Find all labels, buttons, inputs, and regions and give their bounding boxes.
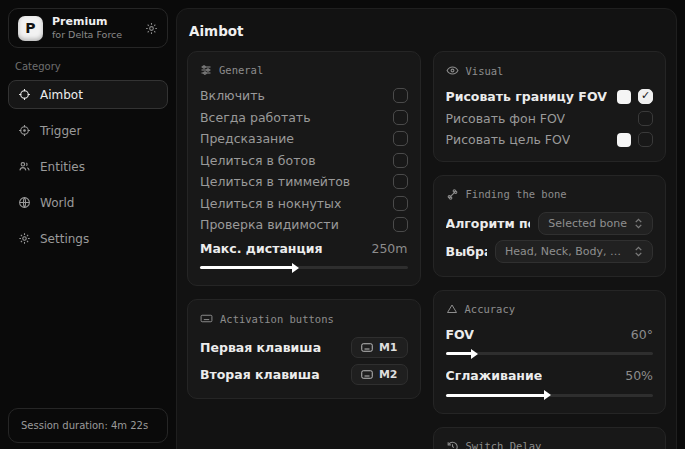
- slider-label-row: Макс. дистанция 250m: [200, 238, 408, 260]
- smoothing-slider[interactable]: [446, 394, 654, 397]
- bone-row: Выбранные кос Head, Neck, Body, Pe..: [446, 238, 654, 266]
- toggle-label: Целиться в тиммейтов: [200, 174, 350, 189]
- visual-row: Рисовать границу FOV: [446, 86, 654, 108]
- keybind-label: Вторая клавиша: [200, 367, 320, 382]
- checkbox[interactable]: [393, 174, 408, 189]
- bone-row: Алгоритм поиска кост Selected bone: [446, 210, 654, 238]
- smoothing-slider-block: Сглаживание 50%: [446, 365, 654, 397]
- keybind-row: Вторая клавиша M2: [200, 361, 408, 388]
- slider-fill: [446, 352, 473, 355]
- app-name: Premium: [52, 15, 136, 29]
- brand-text: Premium for Delta Force: [52, 15, 136, 41]
- category-label: Category: [15, 61, 168, 72]
- checkbox[interactable]: [393, 110, 408, 125]
- gear-icon: [18, 232, 31, 245]
- sidebar-item-label: Trigger: [40, 124, 81, 138]
- sidebar-item-label: Settings: [40, 232, 89, 246]
- slider-label: Сглаживание: [446, 368, 543, 383]
- checkbox[interactable]: [638, 132, 653, 147]
- toggle-row: Целиться в нокнутых: [200, 193, 408, 215]
- color-swatch[interactable]: [617, 133, 631, 147]
- right-column: Visual Рисовать границу FOV Рисовать фон…: [433, 51, 667, 449]
- toggle-row: Включить: [200, 85, 408, 107]
- visual-label: Рисовать цель FOV: [446, 132, 571, 147]
- unfold-icon: [634, 218, 643, 229]
- slider-label-row: Сглаживание 50%: [446, 365, 654, 387]
- checkbox[interactable]: [393, 88, 408, 103]
- card-switch-delay-header: Switch Delay: [446, 440, 654, 449]
- visual-controls: [617, 132, 653, 147]
- toggle-label: Предсказание: [200, 131, 294, 146]
- sidebar-item-label: Aimbot: [40, 88, 83, 102]
- visual-label: Рисовать границу FOV: [446, 89, 607, 104]
- slider-label: FOV: [446, 327, 475, 342]
- app-subtitle: for Delta Force: [52, 29, 136, 41]
- fov-slider[interactable]: [446, 352, 654, 355]
- toggle-label: Целиться в ботов: [200, 153, 316, 168]
- toggle-row: Всегда работать: [200, 107, 408, 129]
- visual-controls: [617, 89, 653, 104]
- select-value: Selected bone: [548, 217, 627, 230]
- left-column: General Включить Всегда работать Предска…: [187, 51, 421, 449]
- sidebar-item-entities[interactable]: Entities: [8, 152, 168, 181]
- keybind-button-m1[interactable]: M1: [351, 337, 408, 358]
- toggle-label: Включить: [200, 88, 265, 103]
- card-general-header: General: [200, 64, 408, 76]
- toggle-row: Проверка видимости: [200, 214, 408, 236]
- globe-icon: [18, 196, 31, 209]
- card-activation-header: Activation buttons: [200, 312, 408, 325]
- checkbox[interactable]: [638, 111, 653, 126]
- card-switch-delay: Switch Delay Задержка переключения Задер…: [433, 427, 667, 449]
- sidebar-item-label: Entities: [40, 160, 85, 174]
- keybind-button-m2[interactable]: M2: [351, 364, 408, 385]
- sidebar-item-label: World: [40, 196, 74, 210]
- section-title: Visual: [466, 65, 504, 77]
- section-title: General: [219, 64, 263, 76]
- slider-fill: [200, 266, 293, 269]
- keybind-value: M2: [379, 368, 398, 381]
- visual-row: Рисовать фон FOV: [446, 108, 654, 130]
- bone-icon: [446, 188, 459, 201]
- sidebar-item-world[interactable]: World: [8, 188, 168, 217]
- keybind-label: Первая клавиша: [200, 340, 321, 355]
- visual-controls: [638, 111, 653, 126]
- toggle-row: Целиться в ботов: [200, 150, 408, 172]
- keyboard-icon: [361, 370, 373, 379]
- sidebar-item-trigger[interactable]: Trigger: [8, 116, 168, 145]
- visual-label: Рисовать фон FOV: [446, 111, 566, 126]
- keyboard-icon: [361, 343, 373, 352]
- checkbox-checked[interactable]: [638, 89, 653, 104]
- checkbox[interactable]: [393, 196, 408, 211]
- section-title: Activation buttons: [220, 313, 334, 325]
- selected-bones-select[interactable]: Head, Neck, Body, Pe..: [495, 240, 653, 263]
- brand-card: P Premium for Delta Force: [8, 8, 168, 48]
- section-title: Finding the bone: [466, 188, 567, 200]
- gear-icon[interactable]: [145, 22, 158, 35]
- keybind-row: Первая клавиша M1: [200, 334, 408, 361]
- bone-label: Выбранные кос: [446, 244, 488, 259]
- toggle-label: Проверка видимости: [200, 217, 339, 232]
- clock-rotate-icon: [446, 440, 459, 449]
- card-finding-bone-header: Finding the bone: [446, 188, 654, 201]
- color-swatch[interactable]: [617, 90, 631, 104]
- checkbox[interactable]: [393, 217, 408, 232]
- section-title: Switch Delay: [466, 440, 542, 449]
- sidebar-item-aimbot[interactable]: Aimbot: [8, 80, 168, 109]
- toggle-label: Всегда работать: [200, 110, 311, 125]
- checkbox[interactable]: [393, 153, 408, 168]
- card-visual-header: Visual: [446, 64, 654, 77]
- sidebar-item-settings[interactable]: Settings: [8, 224, 168, 253]
- select-value: Head, Neck, Body, Pe..: [505, 245, 627, 258]
- bone-algorithm-select[interactable]: Selected bone: [538, 212, 653, 235]
- max-distance-slider[interactable]: [200, 266, 408, 269]
- main-panel: Aimbot General Включить: [176, 8, 677, 449]
- section-title: Accuracy: [465, 303, 516, 315]
- card-finding-bone: Finding the bone Алгоритм поиска кост Se…: [433, 175, 667, 277]
- bone-label: Алгоритм поиска кост: [446, 216, 531, 231]
- checkbox[interactable]: [393, 131, 408, 146]
- fov-slider-block: FOV 60°: [446, 324, 654, 356]
- keyboard-icon: [200, 312, 213, 325]
- card-visual: Visual Рисовать границу FOV Рисовать фон…: [433, 51, 667, 162]
- sliders-icon: [200, 64, 212, 76]
- card-activation-buttons: Activation buttons Первая клавиша M1: [187, 299, 421, 399]
